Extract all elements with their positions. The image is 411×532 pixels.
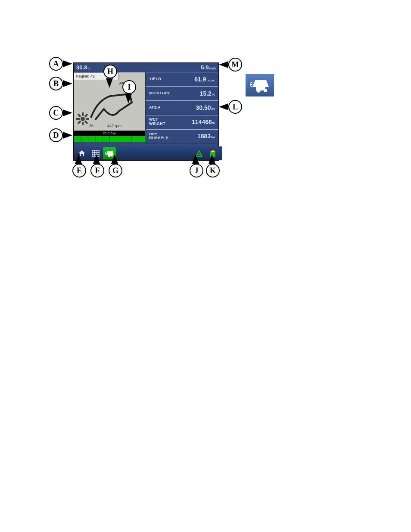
callout-pointer — [63, 132, 72, 139]
svg-line-7 — [85, 114, 87, 117]
callout-J: J — [190, 164, 203, 177]
callout-pointer — [111, 154, 118, 164]
svg-point-0 — [81, 117, 85, 121]
callout-pointer — [125, 94, 132, 103]
callout-H: H — [103, 65, 117, 78]
callout-B: B — [49, 77, 63, 90]
gear-icon — [76, 112, 89, 125]
callout-pointer — [219, 103, 228, 110]
svg-line-5 — [78, 114, 81, 117]
svg-point-21 — [264, 89, 267, 92]
top-status-bar: 30.8ac 5.9mph — [74, 63, 218, 72]
callout-A: A — [49, 57, 63, 71]
callout-pointer — [93, 154, 100, 164]
callout-C: C — [49, 106, 63, 120]
data-row-dry-bushels: DRY BUSHELS 1883bu — [146, 129, 218, 143]
callout-pointer — [209, 154, 215, 164]
callout-pointer — [192, 154, 199, 164]
callout-D: D — [49, 128, 63, 142]
svg-point-14 — [108, 155, 110, 157]
data-row-yield: YIELD 61.9bu/ac — [146, 72, 218, 86]
data-row-area: AREA 30.50ac — [146, 100, 218, 115]
callout-G: G — [109, 164, 122, 177]
callout-L: L — [228, 100, 242, 114]
ground-speed: 5.9mph — [201, 64, 216, 71]
swath-width-label: 20 ft 0 in — [74, 131, 145, 136]
callout-pointer — [75, 154, 82, 164]
map-readout-rpm: 447 rpm — [107, 124, 121, 128]
data-panel: YIELD 61.9bu/ac MOISTURE 15.2% AREA 30.5… — [146, 72, 218, 143]
svg-line-8 — [78, 121, 81, 124]
callout-pointer — [63, 109, 72, 116]
callout-F: F — [90, 164, 104, 177]
data-row-wet-weight: WET WEIGHT 114466lb — [146, 115, 218, 129]
callout-I: I — [122, 80, 136, 94]
total-area: 30.8ac — [76, 64, 91, 71]
swath-status: 20 ft 0 in — [74, 131, 145, 142]
monitor-screen: 30.8ac 5.9mph Region: <2 905 bu — [73, 62, 219, 161]
callout-pointer — [106, 78, 113, 88]
svg-point-20 — [256, 88, 261, 93]
data-row-moisture: MOISTURE 15.2% — [146, 86, 218, 100]
callout-pointer — [63, 80, 72, 87]
callout-pointer — [219, 61, 228, 68]
svg-line-6 — [85, 121, 87, 124]
callout-E: E — [72, 164, 86, 177]
map-readout-heading: 25 — [89, 124, 93, 128]
callout-M: M — [228, 58, 242, 72]
combine-icon — [246, 74, 274, 96]
swath-sections — [74, 136, 145, 142]
callout-pointer — [63, 60, 72, 67]
callout-K: K — [206, 164, 220, 177]
harvest-app-tile[interactable] — [246, 74, 274, 96]
